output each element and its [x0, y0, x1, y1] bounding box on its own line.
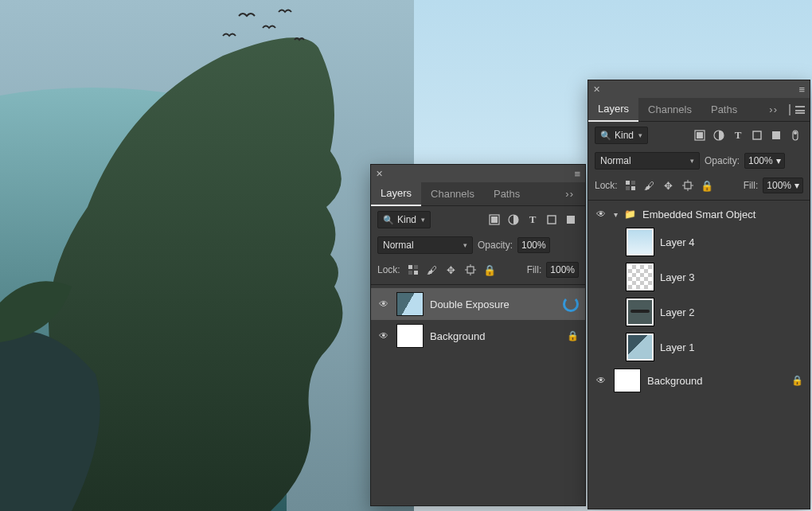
filter-adjust-icon[interactable] [506, 212, 521, 228]
lock-artboard-icon[interactable] [680, 177, 696, 193]
layer-thumbnail [396, 324, 424, 348]
visibility-icon[interactable]: 👁 [377, 298, 390, 310]
panel1-layer-list: 👁 Double Exposure 👁 Background 🔒 [371, 285, 585, 505]
tab-channels[interactable]: Channels [638, 98, 701, 122]
visibility-icon[interactable]: 👁 [595, 375, 607, 386]
lock-all-icon[interactable]: 🔒 [699, 177, 715, 193]
svg-rect-9 [414, 271, 418, 275]
lock-move-icon[interactable]: ✥ [443, 262, 459, 278]
canvas-artwork [0, 0, 414, 511]
lock-brush-icon[interactable]: 🖌 [642, 177, 658, 193]
group-row-smart-object[interactable]: 👁 ▾ 📁 Embedded Smart Object [588, 204, 810, 224]
filter-pixel-icon[interactable] [486, 212, 502, 228]
lock-all-icon[interactable]: 🔒 [482, 262, 498, 278]
layer-name: Background [430, 330, 560, 342]
layer-thumbnail [627, 298, 654, 326]
lock-label: Lock: [595, 180, 618, 191]
panel1-filter-row: 🔍 Kind ▾ T [371, 206, 585, 233]
svg-rect-10 [467, 267, 474, 273]
separator [789, 104, 791, 115]
fill-value[interactable]: 100%▾ [763, 177, 803, 193]
layer-name: Layer 3 [660, 271, 803, 283]
tab-layers[interactable]: Layers [371, 182, 421, 206]
layer-name: Layer 2 [660, 306, 803, 318]
filter-type-icon[interactable]: T [525, 212, 541, 228]
tab-channels[interactable]: Channels [421, 182, 484, 206]
layers-panel-2: ✕ ≡ Layers Channels Paths ›› 🔍 Kind ▾ T … [588, 80, 810, 509]
panel1-lock-row: Lock: 🖌 ✥ 🔒 Fill: 100% [371, 259, 585, 285]
blend-mode-dropdown[interactable]: Normal ▾ [377, 236, 473, 254]
opacity-value[interactable]: 100%▾ [744, 153, 785, 169]
panel-menu-icon[interactable]: ≡ [574, 168, 580, 180]
lock-artboard-icon[interactable] [463, 262, 478, 278]
layer-name: Double Exposure [430, 298, 556, 310]
filter-adjust-icon[interactable] [711, 127, 727, 143]
panel2-filter-row: 🔍 Kind ▾ T [588, 122, 810, 149]
svg-rect-2 [491, 216, 498, 223]
close-icon[interactable]: ✕ [593, 84, 600, 95]
tab-layers[interactable]: Layers [588, 98, 638, 122]
lock-transparent-icon[interactable] [405, 262, 421, 278]
lock-brush-icon[interactable]: 🖌 [424, 262, 440, 278]
layer-row-background[interactable]: 👁 Background 🔒 [371, 320, 585, 352]
layer-thumbnail [627, 228, 654, 256]
svg-rect-4 [548, 216, 556, 224]
opacity-label: Opacity: [478, 240, 513, 251]
lock-transparent-icon[interactable] [623, 177, 638, 193]
panel1-tabs: Layers Channels Paths ›› [371, 182, 585, 206]
panel2-layer-list: 👁 ▾ 📁 Embedded Smart Object Layer 4 Laye… [588, 201, 810, 509]
layer-row-double-exposure[interactable]: 👁 Double Exposure [371, 288, 585, 320]
tab-paths[interactable]: Paths [484, 182, 529, 206]
filter-kind-dropdown[interactable]: 🔍 Kind ▾ [377, 211, 431, 228]
spinner-icon [563, 296, 579, 312]
layer-thumbnail [627, 334, 654, 361]
lock-move-icon[interactable]: ✥ [661, 177, 677, 193]
svg-rect-7 [414, 265, 418, 269]
panel-list-icon[interactable] [795, 106, 805, 114]
layers-panel-1: ✕ ≡ Layers Channels Paths ›› 🔍 Kind ▾ T … [370, 164, 586, 506]
group-name: Embedded Smart Object [642, 209, 810, 220]
tab-paths[interactable]: Paths [701, 98, 747, 122]
filter-toggle-icon[interactable] [787, 127, 803, 143]
layer-row-layer4[interactable]: Layer 4 [620, 224, 810, 259]
panel1-blend-row: Normal ▾ Opacity: 100% [371, 233, 585, 259]
folder-icon: 📁 [624, 209, 636, 220]
layer-thumbnail [627, 263, 654, 291]
fill-label: Fill: [527, 264, 542, 275]
filter-smart-icon[interactable] [768, 127, 784, 143]
filter-kind-label: Kind [397, 214, 416, 225]
blend-mode-dropdown[interactable]: Normal ▾ [595, 152, 700, 170]
chevron-down-icon[interactable]: ▾ [614, 210, 618, 219]
layer-row-background[interactable]: 👁 Background 🔒 [588, 365, 810, 396]
panel-menu-icon[interactable]: ≡ [798, 84, 805, 96]
layer-row-layer3[interactable]: Layer 3 [620, 259, 810, 295]
layer-name: Layer 4 [660, 236, 803, 248]
visibility-icon[interactable]: 👁 [377, 330, 390, 341]
panel1-titlebar: ✕ ≡ [371, 165, 585, 182]
opacity-value[interactable]: 100% [517, 237, 550, 253]
close-icon[interactable]: ✕ [376, 169, 383, 179]
filter-type-icon[interactable]: T [730, 127, 746, 143]
svg-rect-16 [697, 132, 703, 138]
svg-rect-18 [753, 131, 761, 139]
group-children: Layer 4 Layer 3 Layer 2 Layer 1 [588, 224, 810, 365]
expand-icon[interactable]: ›› [769, 103, 778, 115]
layer-row-layer2[interactable]: Layer 2 [620, 295, 810, 330]
filter-shape-icon[interactable] [544, 212, 560, 228]
filter-kind-dropdown[interactable]: 🔍 Kind ▾ [595, 127, 648, 144]
layer-row-layer1[interactable]: Layer 1 [620, 330, 810, 365]
panel2-lock-row: Lock: 🖌 ✥ 🔒 Fill: 100%▾ [588, 174, 810, 201]
svg-rect-6 [408, 265, 412, 269]
filter-smart-icon[interactable] [563, 212, 579, 228]
svg-rect-24 [626, 186, 630, 190]
visibility-icon[interactable]: 👁 [595, 209, 607, 220]
filter-shape-icon[interactable] [749, 127, 765, 143]
opacity-label: Opacity: [705, 155, 740, 166]
blend-mode-value: Normal [600, 155, 631, 166]
svg-rect-26 [685, 182, 691, 189]
svg-rect-8 [408, 271, 412, 275]
svg-rect-22 [626, 181, 630, 185]
fill-value[interactable]: 100% [546, 262, 579, 278]
expand-icon[interactable]: ›› [565, 188, 574, 200]
filter-pixel-icon[interactable] [692, 127, 708, 143]
